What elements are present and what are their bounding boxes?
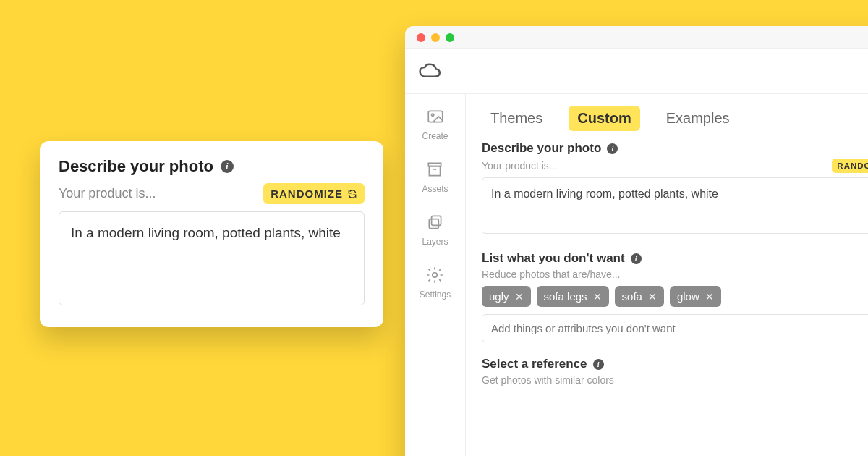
add-exclude-input[interactable] [482, 314, 868, 342]
sidebar-item-assets[interactable]: Assets [422, 160, 448, 194]
main-panel: Themes Custom Examples Describe your pho… [466, 94, 868, 456]
refresh-icon [347, 189, 357, 199]
section-exclude-header: List what you don't want i [482, 251, 868, 266]
tab-themes[interactable]: Themes [482, 106, 551, 131]
svg-point-1 [431, 114, 433, 116]
remove-tag-icon[interactable]: ✕ [515, 291, 524, 303]
svg-point-4 [433, 273, 438, 278]
section-reference-header: Select a reference i [482, 357, 868, 371]
section-reference: Select a reference i Get photos with sim… [482, 357, 868, 386]
section-exclude-title: List what you don't want [482, 251, 625, 266]
tag-label: glow [677, 290, 699, 303]
section-describe: Describe your photo i Your product is...… [482, 141, 868, 237]
section-reference-hint: Get photos with similar colors [482, 374, 868, 386]
app-body: Create Assets Layers Settings [405, 94, 868, 456]
sidebar-item-layers[interactable]: Layers [422, 213, 448, 247]
sidebar-label-assets: Assets [422, 184, 448, 194]
sidebar-item-create[interactable]: Create [422, 107, 448, 141]
info-icon[interactable]: i [631, 253, 642, 264]
prompt-textarea-small[interactable] [482, 177, 868, 234]
cloud-logo-icon [418, 63, 443, 80]
card-title-row: Describe your photo i [59, 157, 365, 176]
remove-tag-icon[interactable]: ✕ [705, 291, 714, 303]
svg-rect-3 [429, 219, 438, 229]
exclude-tag: sofa✕ [615, 286, 664, 307]
card-hint: Your product is... [59, 186, 156, 201]
section-reference-title: Select a reference [482, 357, 587, 371]
window-close-dot[interactable] [417, 33, 425, 42]
archive-icon [425, 160, 444, 181]
exclude-tag: ugly✕ [482, 286, 531, 307]
info-icon[interactable]: i [607, 143, 618, 154]
section-exclude-hint: Reduce photos that are/have... [482, 269, 868, 280]
sidebar-label-layers: Layers [422, 237, 448, 247]
sidebar: Create Assets Layers Settings [405, 94, 466, 456]
tag-label: sofa legs [544, 290, 587, 303]
sidebar-label-settings: Settings [420, 290, 451, 300]
tab-examples[interactable]: Examples [658, 106, 739, 131]
randomize-button[interactable]: RANDOMIZE [263, 183, 365, 204]
sidebar-label-create: Create [422, 131, 448, 141]
prompt-textarea[interactable] [59, 211, 365, 305]
section-describe-header: Describe your photo i [482, 141, 868, 156]
image-icon [426, 107, 445, 128]
tag-label: sofa [622, 290, 642, 303]
app-window: Create Assets Layers Settings [405, 26, 868, 456]
describe-photo-card: Describe your photo i Your product is...… [40, 141, 383, 327]
gear-icon [425, 266, 444, 287]
window-maximize-dot[interactable] [446, 33, 454, 42]
window-titlebar [405, 26, 868, 49]
svg-rect-2 [431, 216, 441, 225]
section-exclude: List what you don't want i Reduce photos… [482, 251, 868, 342]
card-title: Describe your photo [59, 157, 213, 176]
randomize-button-small[interactable]: RANDOMIZE [832, 159, 868, 173]
remove-tag-icon[interactable]: ✕ [648, 291, 657, 303]
exclude-tags: ugly✕ sofa legs✕ sofa✕ glow✕ [482, 286, 868, 307]
app-topbar [405, 49, 868, 94]
tabs: Themes Custom Examples [482, 106, 868, 131]
sidebar-item-settings[interactable]: Settings [420, 266, 451, 300]
exclude-tag: sofa legs✕ [537, 286, 609, 307]
randomize-label: RANDOMIZE [271, 187, 343, 200]
section-describe-title: Describe your photo [482, 141, 601, 156]
exclude-tag: glow✕ [670, 286, 721, 307]
info-icon[interactable]: i [593, 359, 604, 370]
window-minimize-dot[interactable] [431, 33, 440, 42]
remove-tag-icon[interactable]: ✕ [593, 291, 602, 303]
section-describe-hint: Your product is... [482, 160, 558, 172]
randomize-label-small: RANDOMIZE [837, 161, 868, 170]
info-icon[interactable]: i [221, 160, 234, 173]
card-subrow: Your product is... RANDOMIZE [59, 183, 365, 204]
tab-custom[interactable]: Custom [569, 106, 639, 131]
section-describe-subrow: Your product is... RANDOMIZE [482, 159, 868, 173]
tag-label: ugly [489, 290, 509, 303]
layers-icon [426, 213, 445, 234]
